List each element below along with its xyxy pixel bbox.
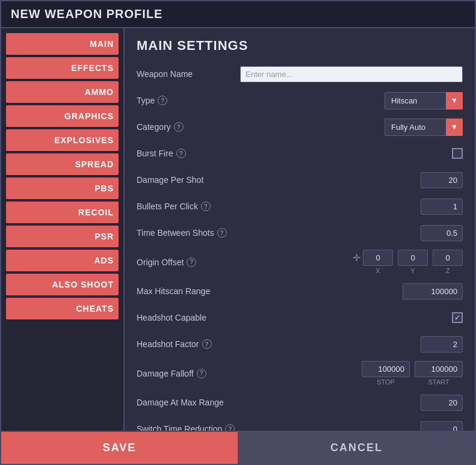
origin-x-label: X xyxy=(376,267,380,274)
sidebar-btn-explosives[interactable]: EXPLOSIVES xyxy=(6,129,119,151)
sidebar-btn-effects[interactable]: EFFECTS xyxy=(6,57,119,79)
bullets-per-click-label: Bullets Per Click ? xyxy=(137,202,421,211)
content-area: MAINEFFECTSAMMOGRAPHICSEXPLOSIVESSPREADP… xyxy=(1,28,475,431)
type-dropdown-wrapper: Hitscan Projectile Melee ▼ xyxy=(385,92,463,109)
sidebar-btn-pbs[interactable]: PBS xyxy=(6,177,119,199)
origin-z-input[interactable] xyxy=(433,250,463,266)
sidebar-btn-recoil[interactable]: RECOIL xyxy=(6,202,119,223)
origin-x-field: X xyxy=(363,250,393,274)
burst-fire-label: Burst Fire ? xyxy=(137,149,452,158)
falloff-start-label: START xyxy=(428,378,449,386)
sidebar-btn-spread[interactable]: SPREAD xyxy=(6,153,119,175)
origin-x-input[interactable] xyxy=(363,250,393,266)
switch-time-reduction-help-icon[interactable]: ? xyxy=(225,424,235,431)
title-bar: NEW WEAPON PROFILE xyxy=(1,1,475,28)
sidebar: MAINEFFECTSAMMOGRAPHICSEXPLOSIVESSPREADP… xyxy=(1,28,125,431)
switch-time-reduction-row: Switch Time Reduction ? xyxy=(137,419,463,431)
origin-offset-label: Origin Offset ? xyxy=(137,257,353,267)
max-hitscan-range-row: Max Hitscan Range xyxy=(137,282,463,301)
type-row: Type ? Hitscan Projectile Melee ▼ xyxy=(137,91,463,110)
page-title: NEW WEAPON PROFILE xyxy=(11,7,162,20)
weapon-name-row: Weapon Name xyxy=(137,64,463,84)
origin-z-field: Z xyxy=(433,250,463,274)
bullets-per-click-input[interactable] xyxy=(421,199,463,215)
category-select[interactable]: Fully Auto Semi Auto Burst xyxy=(385,119,463,136)
falloff-stop-input[interactable] xyxy=(362,361,410,377)
damage-at-max-range-label: Damage At Max Range xyxy=(137,398,421,407)
burst-fire-row: Burst Fire ? xyxy=(137,144,463,163)
sidebar-btn-also-shoot[interactable]: ALSO SHOOT xyxy=(6,274,119,295)
damage-per-shot-input[interactable] xyxy=(421,172,463,188)
save-button[interactable]: SAVE xyxy=(1,432,238,464)
cancel-button[interactable]: CANCEL xyxy=(238,432,475,464)
damage-at-max-range-row: Damage At Max Range xyxy=(137,393,463,412)
headshot-factor-row: Headshot Factor ? xyxy=(137,334,463,354)
damage-falloff-row: Damage Falloff ? STOP START xyxy=(137,361,463,386)
sidebar-btn-psr[interactable]: PSR xyxy=(6,226,119,247)
falloff-start-input[interactable] xyxy=(415,361,463,377)
origin-group: X Y Z xyxy=(363,250,463,274)
main-content: MAIN SETTINGS Weapon Name Type ? Hitscan… xyxy=(125,28,475,431)
headshot-capable-checkbox[interactable] xyxy=(452,312,463,323)
damage-falloff-help-icon[interactable]: ? xyxy=(197,369,206,378)
falloff-start-field: START xyxy=(415,361,463,386)
time-between-shots-label: Time Between Shots ? xyxy=(137,228,421,238)
type-label: Type ? xyxy=(137,96,385,105)
falloff-stop-field: STOP xyxy=(362,361,410,386)
headshot-capable-label: Headshot Capable xyxy=(137,313,452,322)
bullets-per-click-row: Bullets Per Click ? xyxy=(137,197,463,216)
headshot-factor-input[interactable] xyxy=(421,336,463,353)
origin-offset-help-icon[interactable]: ? xyxy=(187,257,196,267)
time-between-shots-help-icon[interactable]: ? xyxy=(217,228,227,238)
crosshair-icon: ✛ xyxy=(353,252,360,263)
damage-per-shot-label: Damage Per Shot xyxy=(137,175,421,185)
damage-falloff-label: Damage Falloff ? xyxy=(137,369,362,378)
origin-z-label: Z xyxy=(446,267,450,274)
section-title: MAIN SETTINGS xyxy=(137,38,463,54)
damage-at-max-range-input[interactable] xyxy=(421,395,463,411)
origin-y-input[interactable] xyxy=(398,250,428,266)
headshot-factor-help-icon[interactable]: ? xyxy=(202,339,212,349)
category-label: Category ? xyxy=(137,122,385,132)
time-between-shots-input[interactable] xyxy=(421,225,463,241)
origin-y-field: Y xyxy=(398,250,428,274)
max-hitscan-range-input[interactable] xyxy=(403,283,463,300)
bullets-per-click-help-icon[interactable]: ? xyxy=(201,202,211,211)
sidebar-btn-ads[interactable]: ADS xyxy=(6,250,119,271)
type-select[interactable]: Hitscan Projectile Melee xyxy=(385,92,463,109)
origin-y-label: Y xyxy=(410,267,415,274)
type-help-icon[interactable]: ? xyxy=(158,96,167,105)
origin-offset-row: Origin Offset ? ✛ X Y Z xyxy=(137,250,463,274)
headshot-factor-label: Headshot Factor ? xyxy=(137,339,421,349)
headshot-capable-row: Headshot Capable xyxy=(137,308,463,327)
damage-per-shot-row: Damage Per Shot xyxy=(137,170,463,189)
category-help-icon[interactable]: ? xyxy=(174,122,184,132)
footer-bar: SAVE CANCEL xyxy=(1,431,475,464)
weapon-name-label: Weapon Name xyxy=(137,69,240,79)
falloff-stop-label: STOP xyxy=(377,378,395,386)
falloff-group: STOP START xyxy=(362,361,463,386)
burst-fire-checkbox[interactable] xyxy=(452,148,463,159)
burst-fire-help-icon[interactable]: ? xyxy=(176,149,186,158)
main-window: NEW WEAPON PROFILE MAINEFFECTSAMMOGRAPHI… xyxy=(0,0,476,465)
category-row: Category ? Fully Auto Semi Auto Burst ▼ xyxy=(137,117,463,137)
weapon-name-input[interactable] xyxy=(240,66,463,82)
sidebar-btn-main[interactable]: MAIN xyxy=(6,33,119,55)
sidebar-btn-ammo[interactable]: AMMO xyxy=(6,81,119,103)
max-hitscan-range-label: Max Hitscan Range xyxy=(137,286,403,296)
sidebar-btn-cheats[interactable]: CHEATS xyxy=(6,298,119,319)
switch-time-reduction-input[interactable] xyxy=(421,421,463,431)
time-between-shots-row: Time Between Shots ? xyxy=(137,223,463,242)
category-dropdown-wrapper: Fully Auto Semi Auto Burst ▼ xyxy=(385,119,463,136)
switch-time-reduction-label: Switch Time Reduction ? xyxy=(137,424,421,431)
sidebar-btn-graphics[interactable]: GRAPHICS xyxy=(6,105,119,127)
